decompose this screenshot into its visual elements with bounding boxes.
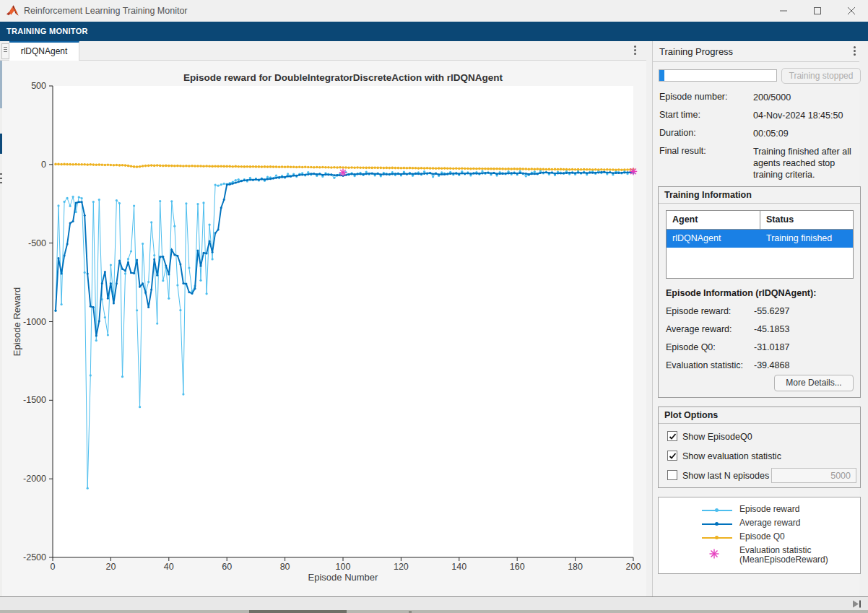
training-information-section: Training Information Agent Status rlDQNA… bbox=[658, 186, 861, 398]
more-details-button[interactable]: More Details... bbox=[774, 375, 854, 391]
legend-item-episode-reward: Episode reward bbox=[659, 503, 862, 518]
status-bar bbox=[0, 596, 868, 610]
svg-text:180: 180 bbox=[568, 562, 583, 572]
svg-text:-2500: -2500 bbox=[23, 552, 46, 562]
close-button[interactable] bbox=[839, 0, 864, 22]
toolstrip-tab-training-monitor[interactable]: TRAINING MONITOR bbox=[6, 27, 88, 35]
panel-header: Training Progress bbox=[653, 41, 859, 62]
left-edge-sliver bbox=[0, 61, 2, 596]
field-episode-q0: Episode Q0:-31.0187 bbox=[666, 342, 789, 352]
svg-text:Episode Number: Episode Number bbox=[308, 572, 378, 583]
chart-legend: Episode reward Average reward Episode Q0… bbox=[658, 497, 861, 574]
training-chart: Episode reward for DoubleIntegratorDiscr… bbox=[0, 61, 646, 596]
plot-options-title: Plot Options bbox=[659, 407, 860, 424]
tab-rldqnagent[interactable]: rlDQNAgent bbox=[9, 41, 79, 61]
progress-fill bbox=[659, 70, 664, 81]
svg-text:60: 60 bbox=[222, 562, 232, 572]
field-episode-number: Episode number:200/5000 bbox=[659, 92, 859, 103]
toolstrip: TRAINING MONITOR bbox=[0, 22, 868, 41]
chart-panel: rlDQNAgent Episode reward for DoubleInte… bbox=[0, 41, 646, 596]
svg-text:120: 120 bbox=[394, 562, 409, 572]
episode-information-heading: Episode Information (rlDQNAgent): bbox=[666, 288, 816, 298]
svg-text:140: 140 bbox=[451, 562, 466, 572]
field-average-reward: Average reward:-45.1853 bbox=[666, 324, 789, 334]
svg-text:20: 20 bbox=[105, 562, 116, 572]
checkbox-icon[interactable] bbox=[667, 451, 677, 461]
field-evaluation-statistic: Evaluation statistic:-39.4868 bbox=[666, 360, 789, 370]
training-progress-bar bbox=[659, 69, 777, 82]
chart-panel-menu-icon[interactable] bbox=[630, 44, 640, 58]
svg-text:80: 80 bbox=[280, 562, 290, 572]
svg-text:-1500: -1500 bbox=[23, 395, 46, 405]
svg-text:-1000: -1000 bbox=[23, 317, 46, 327]
maximize-button[interactable] bbox=[805, 0, 830, 22]
matlab-logo-icon bbox=[6, 5, 19, 17]
table-row[interactable]: rlDQNAgent Training finished bbox=[667, 230, 853, 248]
svg-text:500: 500 bbox=[31, 81, 46, 91]
svg-text:200: 200 bbox=[626, 562, 641, 572]
last-n-episodes-input[interactable] bbox=[771, 468, 856, 483]
svg-text:Episode reward for DoubleInteg: Episode reward for DoubleIntegratorDiscr… bbox=[183, 72, 503, 83]
table-header: Agent Status bbox=[667, 211, 853, 230]
field-duration: Duration:00:05:09 bbox=[659, 128, 859, 139]
legend-item-average-reward: Average reward bbox=[659, 517, 862, 531]
field-final-result: Final result:Training finished after all… bbox=[659, 146, 859, 181]
training-progress-panel: Training Progress Training stopped Episo… bbox=[652, 41, 859, 596]
svg-text:-500: -500 bbox=[28, 238, 46, 248]
title-bar: Reinforcement Learning Training Monitor bbox=[0, 0, 868, 22]
legend-item-evaluation-statistic: Evaluation statistic(MeanEpisodeReward) bbox=[659, 544, 862, 569]
checkbox-icon[interactable] bbox=[667, 470, 677, 480]
svg-text:160: 160 bbox=[510, 562, 525, 572]
checkbox-icon[interactable] bbox=[667, 431, 677, 441]
panel-menu-icon[interactable] bbox=[849, 45, 859, 59]
field-episode-reward: Episode reward:-55.6297 bbox=[666, 306, 789, 316]
svg-text:40: 40 bbox=[164, 562, 174, 572]
training-stopped-button: Training stopped bbox=[781, 68, 861, 84]
document-tab-strip: rlDQNAgent bbox=[0, 41, 646, 61]
training-information-title: Training Information bbox=[659, 187, 860, 204]
document-bar-menu-icon[interactable] bbox=[1, 43, 9, 59]
legend-item-episode-q0: Episode Q0 bbox=[659, 531, 862, 545]
minimize-button[interactable] bbox=[771, 0, 796, 22]
svg-text:100: 100 bbox=[336, 562, 351, 572]
field-start-time: Start time:04-Nov-2024 18:45:50 bbox=[659, 110, 859, 121]
background-window-sliver bbox=[0, 610, 868, 613]
svg-text:Episode Reward: Episode Reward bbox=[12, 287, 22, 356]
asterisk-icon bbox=[708, 548, 720, 560]
panel-title: Training Progress bbox=[659, 46, 733, 57]
plot-options-section: Plot Options Show EpisodeQ0 Show evaluat… bbox=[658, 407, 861, 488]
skip-to-end-icon[interactable] bbox=[852, 600, 862, 608]
window-title: Reinforcement Learning Training Monitor bbox=[24, 6, 188, 16]
svg-text:0: 0 bbox=[41, 160, 46, 170]
agent-status-table: Agent Status rlDQNAgent Training finishe… bbox=[666, 210, 854, 279]
svg-text:-2000: -2000 bbox=[23, 474, 46, 484]
svg-text:0: 0 bbox=[51, 562, 56, 572]
